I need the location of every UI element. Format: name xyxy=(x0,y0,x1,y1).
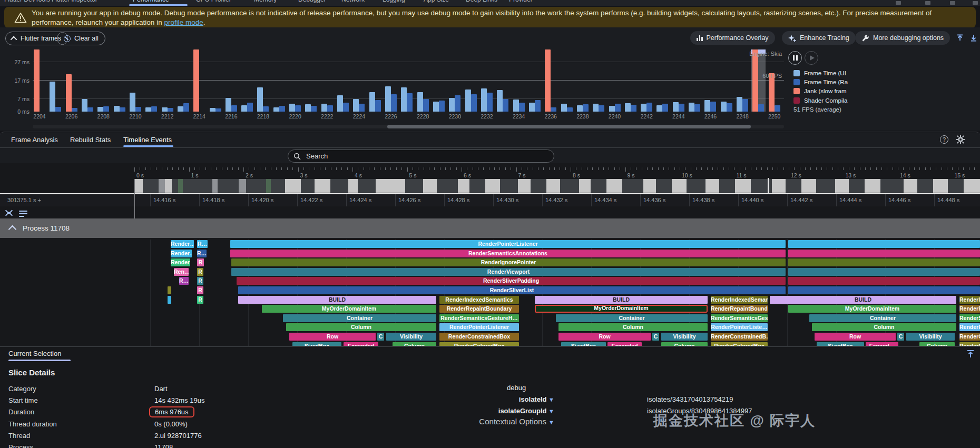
frame-bar-raster[interactable] xyxy=(279,106,285,112)
flame-bar[interactable]: R xyxy=(197,258,204,266)
frame-bar-raster[interactable] xyxy=(615,104,621,112)
frame-bar-raster[interactable] xyxy=(583,104,589,112)
flame-bar[interactable]: Expand… xyxy=(866,342,898,346)
frame-bar-raster[interactable] xyxy=(567,107,573,112)
flame-bar[interactable] xyxy=(168,296,171,304)
frame-bar-raster[interactable] xyxy=(87,107,93,112)
topnav-item-logging[interactable]: Logging xyxy=(383,0,405,6)
frame-bar-ui[interactable] xyxy=(226,98,231,112)
flame-bar[interactable]: RenderInd xyxy=(959,296,980,304)
frame-bar-ui[interactable] xyxy=(385,86,391,112)
flame-bar-selected[interactable]: MyOrderDomainItem xyxy=(535,305,708,313)
frame-bar-ui[interactable] xyxy=(50,82,55,112)
flame-bar[interactable]: Column xyxy=(919,342,955,346)
flame-legend-button[interactable] xyxy=(19,209,27,218)
frame-bar-ui[interactable] xyxy=(737,97,742,112)
frame-bar-ui[interactable] xyxy=(337,95,343,112)
contextual-options-dropdown[interactable]: Contextual Options ▼ xyxy=(411,417,554,426)
flame-bar[interactable]: BUILD xyxy=(770,296,956,304)
flame-bar[interactable]: C xyxy=(897,333,904,341)
export-button[interactable] xyxy=(954,31,966,45)
flame-bar[interactable]: Ren… xyxy=(174,268,189,276)
frame-bar-raster[interactable] xyxy=(487,93,493,112)
frame-bar-raster[interactable] xyxy=(263,106,269,112)
frame-bar-raster[interactable] xyxy=(231,105,237,112)
flame-bar[interactable]: RenderConstrainedB… xyxy=(711,333,768,341)
timeline-search[interactable] xyxy=(288,150,554,163)
frame-bar-raster[interactable] xyxy=(631,105,636,112)
flame-bar[interactable]: Column xyxy=(393,342,436,346)
frame-bar-ui[interactable] xyxy=(609,106,615,112)
frame-bar-raster[interactable] xyxy=(135,107,141,112)
more-debugging-options-button[interactable]: More debugging options xyxy=(855,31,950,45)
frame-bar-raster[interactable] xyxy=(662,104,668,112)
frame-bar-ui[interactable] xyxy=(66,74,72,112)
frame-bar-ui[interactable] xyxy=(162,107,168,112)
topnav-item-cpu-profiler[interactable]: CPU Profiler xyxy=(196,0,231,6)
frame-bar-ui[interactable] xyxy=(241,105,247,112)
flame-bar[interactable]: C xyxy=(377,333,384,341)
flame-bar[interactable] xyxy=(788,277,980,285)
flame-bar[interactable] xyxy=(788,268,980,276)
frame-bar-raster[interactable] xyxy=(758,104,764,112)
frame-bar-raster[interactable] xyxy=(359,104,365,112)
frame-bar-raster[interactable] xyxy=(55,107,61,112)
flame-bar[interactable]: RenderCon xyxy=(959,333,980,341)
timeline-minimap[interactable] xyxy=(134,179,980,193)
frame-bar-ui[interactable] xyxy=(704,100,710,112)
flame-bar[interactable]: RenderSemanticsGes… xyxy=(711,314,768,322)
flame-bar[interactable]: Column xyxy=(812,323,956,331)
isolateGroupId-dropdown[interactable]: isolateGroupId ▼ xyxy=(422,407,554,415)
isolateId-dropdown[interactable]: isolateId ▼ xyxy=(422,395,554,403)
flame-bar[interactable]: RenderConstrainedBox xyxy=(439,333,519,341)
frame-bar-raster[interactable] xyxy=(327,105,333,112)
gear-icon[interactable] xyxy=(956,135,965,144)
nav-icon-3[interactable] xyxy=(950,1,955,5)
process-group-row[interactable]: Process 11708 xyxy=(0,218,980,238)
frame-bar-ui[interactable] xyxy=(353,99,359,112)
flame-bar[interactable]: Expanded xyxy=(344,342,378,346)
flame-bar[interactable]: RenderIndexedSeman… xyxy=(711,296,768,304)
flame-bar[interactable]: Container xyxy=(556,314,708,322)
flame-bar[interactable] xyxy=(788,250,980,257)
frame-bar-ui[interactable] xyxy=(273,107,279,112)
frame-bar-ui[interactable] xyxy=(625,103,631,112)
topnav-item-debugger[interactable]: Debugger xyxy=(298,0,326,6)
flame-bar[interactable]: RenderIndexedSemantics xyxy=(439,296,519,304)
flame-bar[interactable]: RenderColoredBox xyxy=(439,342,519,346)
frame-bar-raster[interactable] xyxy=(168,108,173,112)
frame-bar-ui[interactable] xyxy=(114,106,120,112)
frame-bar-ui[interactable] xyxy=(97,107,103,112)
topnav-item-deep-links[interactable]: Deep Links xyxy=(466,0,497,6)
flame-bar[interactable]: Container xyxy=(283,314,436,322)
flame-bar[interactable]: RenderSemanticsGestureH… xyxy=(439,314,519,322)
flame-bar[interactable]: R… xyxy=(179,277,189,285)
flame-bar[interactable]: BUILD xyxy=(238,296,436,304)
flame-bar[interactable]: Column xyxy=(286,323,436,331)
frame-bar-raster[interactable] xyxy=(503,99,508,112)
frame-bar-raster[interactable] xyxy=(311,106,317,112)
frame-bar-ui[interactable] xyxy=(305,104,311,112)
frame-bar-ui[interactable] xyxy=(82,99,87,112)
flame-bar[interactable]: Visibility xyxy=(661,333,708,341)
flame-bar[interactable]: RenderPointerListe… xyxy=(711,323,768,331)
performance-overlay-button[interactable]: Performance Overlay xyxy=(690,31,775,45)
frame-bar-ui[interactable] xyxy=(689,103,694,112)
flame-bar[interactable]: Visibility xyxy=(906,333,955,341)
flame-bar[interactable]: R xyxy=(197,277,203,285)
frame-bar-raster[interactable] xyxy=(646,103,652,112)
flame-bar[interactable]: Container xyxy=(809,314,956,322)
tab-timeline-events[interactable]: Timeline Events xyxy=(123,136,172,144)
frame-bar-ui[interactable] xyxy=(178,106,183,112)
frame-bar-ui[interactable] xyxy=(449,98,455,112)
tab-frame-analysis[interactable]: Frame Analysis xyxy=(11,136,58,144)
frame-bar-raster[interactable] xyxy=(215,108,221,112)
frame-bar-ui[interactable] xyxy=(417,92,423,112)
flame-bar[interactable]: RenderRep xyxy=(959,305,980,313)
enhance-tracing-button[interactable]: Enhance Tracing xyxy=(782,31,856,45)
frame-bar-raster[interactable] xyxy=(727,103,732,112)
frame-bar-raster[interactable] xyxy=(694,104,700,112)
tab-rebuild-stats[interactable]: Rebuild Stats xyxy=(70,136,111,144)
flame-bar[interactable]: BUILD xyxy=(535,296,708,304)
frame-bar-ui[interactable] xyxy=(145,107,151,112)
